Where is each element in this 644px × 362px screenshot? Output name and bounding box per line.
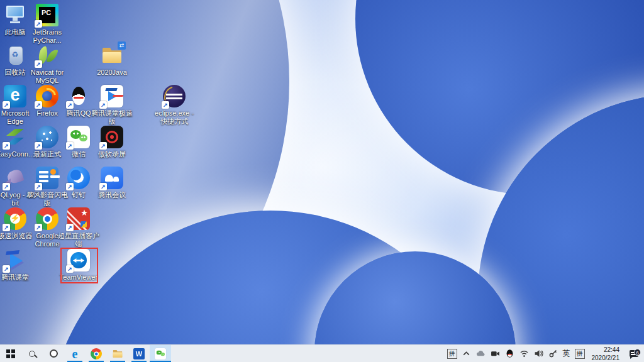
tclassroom-icon	[4, 249, 26, 272]
cortana-button[interactable]	[43, 345, 64, 362]
tray-recorder[interactable]	[491, 349, 501, 359]
shortcut-arrow-icon	[3, 142, 10, 150]
desktop-icon-tclass-speed[interactable]: 腾讯课堂极速版	[91, 85, 133, 126]
baofeng-icon	[36, 167, 58, 189]
desktop-icon-label: 腾讯课堂	[0, 273, 36, 282]
this-pc-icon	[4, 4, 26, 26]
taskbar-app-word[interactable]	[128, 345, 150, 362]
java-folder-icon	[101, 44, 123, 67]
explorer-icon	[112, 348, 123, 359]
shortcut-arrow-icon	[35, 60, 42, 68]
tray-vpn-key[interactable]	[548, 349, 558, 359]
notification-badge: 6	[634, 349, 641, 356]
shortcut-arrow-icon	[162, 101, 169, 109]
shortcut-arrow-icon	[99, 183, 107, 190]
pycharm-icon	[36, 4, 58, 26]
desktop-icon-navicat[interactable]: Navicat for MySQL	[26, 44, 68, 85]
shortcut-arrow-icon	[3, 101, 10, 109]
tray-qq[interactable]	[505, 349, 515, 359]
start-button[interactable]	[0, 345, 21, 362]
sync-badge-icon	[118, 41, 126, 50]
recycle-bin-icon	[4, 44, 26, 67]
tray-items: 拼英拼	[447, 348, 585, 359]
tencent-qq-icon	[67, 85, 90, 107]
wechat-icon	[67, 126, 90, 148]
shortcut-arrow-icon	[66, 142, 74, 150]
desktop-icon-label: 腾讯课堂极速版	[91, 109, 133, 126]
windows-logo-icon	[6, 349, 15, 358]
search-icon	[29, 351, 35, 357]
windows-desktop-screen: 此电脑JetBrains PyChar...回收站Navicat for MyS…	[0, 0, 644, 362]
shortcut-arrow-icon	[66, 183, 74, 190]
wechat-icon	[155, 348, 166, 359]
desktop-icon-tmeeting[interactable]: 腾讯会议	[91, 167, 133, 199]
firefox-icon	[36, 85, 58, 107]
cortana-icon	[50, 349, 58, 358]
shortcut-arrow-icon	[35, 20, 42, 28]
taskbar-app-wechat[interactable]	[150, 345, 171, 362]
sqlyog-icon	[4, 167, 26, 189]
tray-volume[interactable]	[534, 349, 544, 359]
desktop-icons[interactable]: 此电脑JetBrains PyChar...回收站Navicat for MyS…	[0, 0, 644, 344]
desktop-icon-label: Navicat for MySQL	[26, 69, 68, 85]
shortcut-arrow-icon	[35, 183, 42, 190]
word-icon	[133, 348, 145, 359]
shortcut-arrow-icon	[35, 101, 42, 109]
desktop-icon-label: eclipse.exe - 快捷方式	[153, 109, 195, 126]
shortcut-arrow-icon	[66, 101, 74, 109]
tray-ime-pinyin-floating[interactable]: 拼	[447, 349, 457, 359]
desktop-icon-pycharm[interactable]: JetBrains PyChar...	[26, 4, 68, 45]
tray-cloud[interactable]	[476, 349, 486, 359]
desktop-icon-eclipse[interactable]: eclipse.exe - 快捷方式	[153, 85, 195, 126]
taskbar: e 拼英拼 22:44 2020/2/21 6	[0, 344, 644, 362]
desktop-icon-label: 腾讯会议	[91, 191, 133, 199]
easyconnect-icon	[4, 126, 26, 148]
zuixin-icon	[36, 126, 58, 148]
desktop-icon-tclassroom[interactable]: 腾讯课堂	[0, 249, 36, 282]
desktop-icon-label: 傲软录屏	[91, 150, 133, 158]
selection-highlight	[60, 248, 98, 283]
edge-icon: e	[72, 348, 78, 360]
taskbar-app-edge[interactable]: e	[64, 345, 86, 362]
tray-hidden-icons[interactable]	[462, 349, 472, 359]
action-center-button[interactable]: 6	[626, 350, 641, 357]
system-tray: 拼英拼 22:44 2020/2/21 6	[447, 345, 644, 362]
desktop-icon-label: 超星直播客户端	[58, 232, 99, 249]
clock-time: 22:44	[592, 346, 620, 354]
taskbar-app-explorer[interactable]	[107, 345, 128, 362]
tclass-speed-icon	[101, 85, 123, 107]
taskbar-app-chrome[interactable]	[86, 345, 107, 362]
shortcut-arrow-icon	[99, 101, 107, 109]
chrome-icon	[36, 207, 58, 230]
dingtalk-icon	[67, 167, 90, 189]
tray-ime-lang[interactable]: 英	[563, 348, 570, 359]
chaoxing-icon	[67, 207, 90, 230]
jisu-browser-icon	[4, 207, 26, 230]
desktop-icon-label: 2020Java	[91, 69, 133, 77]
shortcut-arrow-icon	[3, 183, 10, 190]
shortcut-arrow-icon	[66, 224, 74, 231]
tray-ime-pinyin[interactable]: 拼	[575, 349, 585, 359]
taskbar-apps: e	[64, 345, 171, 362]
apowerrec-icon	[101, 126, 123, 148]
desktop-icon-java-folder[interactable]: 2020Java	[91, 44, 133, 77]
eclipse-icon	[163, 85, 186, 107]
tray-network[interactable]	[519, 349, 530, 359]
shortcut-arrow-icon	[3, 265, 10, 273]
shortcut-arrow-icon	[3, 224, 10, 231]
shortcut-arrow-icon	[35, 142, 42, 150]
desktop-icon-chaoxing[interactable]: 超星直播客户端	[58, 207, 99, 249]
clock-date: 2020/2/21	[592, 354, 620, 362]
chrome-icon	[91, 348, 102, 359]
desktop-icon-label: JetBrains PyChar...	[26, 28, 68, 45]
desktop-icon-apowerrec[interactable]: 傲软录屏	[91, 126, 133, 158]
shortcut-arrow-icon	[35, 224, 42, 231]
tmeeting-icon	[101, 167, 123, 189]
shortcut-arrow-icon	[99, 142, 107, 150]
taskbar-clock[interactable]: 22:44 2020/2/21	[589, 346, 623, 362]
search-button[interactable]	[21, 345, 43, 362]
ms-edge-icon	[4, 85, 26, 107]
navicat-icon	[36, 44, 58, 67]
